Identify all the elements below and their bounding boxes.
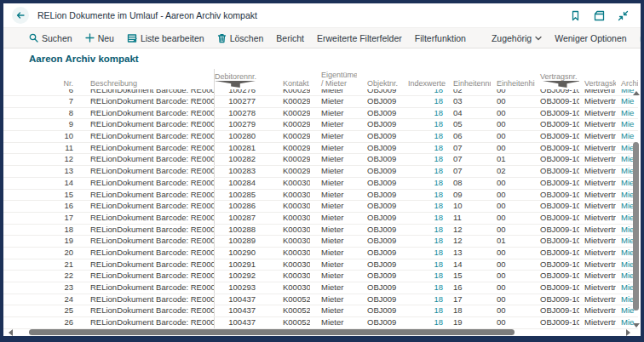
- new-label: Neu: [98, 33, 114, 43]
- table-row[interactable]: 23RELionDokument Barcode: RE000001993100…: [3, 282, 638, 294]
- table-row[interactable]: 9RELionDokument Barcode: RE0000018531002…: [3, 119, 638, 131]
- horizontal-scrollbar[interactable]: [3, 328, 641, 336]
- table-row[interactable]: 20RELionDokument Barcode: RE000001960100…: [3, 248, 638, 259]
- table-row[interactable]: 6RELionDokument Barcode: RE0000018201002…: [3, 89, 638, 96]
- column-header-indexwerte[interactable]: Indexwerte: [408, 69, 446, 89]
- table-row[interactable]: 10RELionDokument Barcode: RE000001864100…: [3, 131, 638, 143]
- cell-indexwerte[interactable]: 18: [408, 305, 446, 316]
- scroll-up-icon[interactable]: [633, 91, 640, 95]
- cell-einheitennr: 14: [446, 259, 491, 271]
- fewer-options-button[interactable]: Weniger Optionen: [555, 33, 626, 43]
- vertical-scrollbar-thumb[interactable]: [633, 142, 639, 311]
- column-header-debitorennr[interactable]: Debitorennr.: [215, 69, 262, 89]
- cell-vertragskla: Mietvertrag: [579, 143, 616, 154]
- table-row[interactable]: 14RELionDokument Barcode: RE000001901100…: [3, 178, 638, 190]
- cell-indexwerte[interactable]: 18: [408, 96, 446, 107]
- cell-nr: 19: [3, 236, 78, 247]
- column-label: Beschreibung: [90, 79, 214, 88]
- cell-vertragsnr: OBJ009-1002...: [535, 225, 579, 236]
- advanced-filterfields-button[interactable]: Erweiterte Filterfelder: [317, 33, 402, 43]
- column-label: Nr.: [3, 79, 73, 88]
- filterfunction-button[interactable]: Filterfunktion: [415, 33, 466, 43]
- column-header-beschreibung[interactable]: Beschreibung: [78, 69, 215, 89]
- column-header-objektnr[interactable]: Objektnr.: [357, 69, 408, 89]
- cell-indexwerte[interactable]: 18: [408, 190, 446, 201]
- cell-vertragsnr: OBJ009-1002...: [535, 119, 579, 130]
- column-header-einheitenhist[interactable]: Einheitenhist...: [491, 69, 535, 89]
- column-header-einheitennr[interactable]: Einheitennr.: [446, 69, 491, 89]
- collapse-icon[interactable]: [618, 10, 629, 21]
- column-header-eigentuemer[interactable]: Eigentümer/ Mieter: [310, 69, 357, 89]
- table-row[interactable]: 11RELionDokument Barcode: RE000001875100…: [3, 143, 638, 155]
- column-header-archiv[interactable]: Archiv: [616, 69, 638, 89]
- table-row[interactable]: 17RELionDokument Barcode: RE000001934100…: [3, 213, 638, 225]
- table-row[interactable]: 16RELionDokument Barcode: RE000001923100…: [3, 201, 638, 213]
- cell-indexwerte[interactable]: 18: [408, 154, 446, 165]
- cell-indexwerte[interactable]: 18: [408, 89, 446, 95]
- related-menu-button[interactable]: Zugehörig: [492, 33, 542, 43]
- table-row[interactable]: 15RELionDokument Barcode: RE000001912100…: [3, 190, 638, 202]
- cell-objektnr: OBJ009: [357, 225, 408, 236]
- share-icon[interactable]: [640, 32, 641, 43]
- cell-indexwerte[interactable]: 18: [408, 317, 446, 328]
- table-row[interactable]: 21RELionDokument Barcode: RE000001971100…: [3, 259, 638, 271]
- cell-vertragskla: Mietvertrag: [579, 259, 616, 271]
- cell-beschreibung: RELionDokument Barcode: RE000001956: [78, 236, 215, 247]
- cell-eigentuemer: Mieter: [310, 166, 357, 177]
- column-header-vertragsnr[interactable]: Vertragsnr.: [535, 69, 579, 89]
- cell-objektnr: OBJ009: [357, 236, 408, 247]
- table-row[interactable]: 26RELionDokument Barcode: RE000002026100…: [3, 317, 638, 329]
- table-row[interactable]: 8RELionDokument Barcode: RE0000018421002…: [3, 108, 638, 120]
- cell-beschreibung: RELionDokument Barcode: RE000002026: [78, 317, 215, 328]
- cell-kontaktnr: K000303: [262, 213, 310, 224]
- table-row[interactable]: 24RELionDokument Barcode: RE000002004100…: [3, 294, 638, 306]
- cell-kontaktnr: K000520: [262, 305, 310, 316]
- vertical-scrollbar[interactable]: [632, 89, 640, 329]
- cell-indexwerte[interactable]: 18: [408, 282, 446, 294]
- column-header-nr[interactable]: Nr.: [3, 69, 78, 89]
- cell-indexwerte[interactable]: 18: [408, 248, 446, 259]
- new-button[interactable]: Neu: [85, 33, 114, 43]
- cell-indexwerte[interactable]: 18: [408, 201, 446, 212]
- cell-indexwerte[interactable]: 18: [408, 143, 446, 154]
- table-row[interactable]: 19RELionDokument Barcode: RE000001956100…: [3, 236, 638, 248]
- scroll-left-icon[interactable]: [9, 329, 13, 336]
- table-row[interactable]: 7RELionDokument Barcode: RE0000018311002…: [3, 96, 638, 108]
- column-header-vertragskla[interactable]: Vertragskla...: [579, 69, 616, 89]
- table-row[interactable]: 25RELionDokument Barcode: RE000002015100…: [3, 305, 638, 317]
- table-row[interactable]: 18RELionDokument Barcode: RE000001945100…: [3, 225, 638, 237]
- cell-indexwerte[interactable]: 18: [408, 131, 446, 142]
- back-button[interactable]: [12, 7, 29, 24]
- report-button[interactable]: Bericht: [276, 33, 304, 43]
- cell-indexwerte[interactable]: 18: [408, 213, 446, 224]
- delete-button[interactable]: Löschen: [217, 33, 264, 43]
- popout-icon[interactable]: [594, 10, 605, 21]
- cell-indexwerte[interactable]: 18: [408, 271, 446, 282]
- cell-indexwerte[interactable]: 18: [408, 178, 446, 189]
- cell-indexwerte[interactable]: 18: [408, 236, 446, 247]
- cell-einheitennr: 07: [446, 143, 491, 154]
- cell-eigentuemer: Mieter: [310, 201, 357, 212]
- scroll-right-icon[interactable]: [626, 329, 630, 336]
- table-row[interactable]: 22RELionDokument Barcode: RE000001982100…: [3, 271, 638, 282]
- edit-list-button[interactable]: Liste bearbeiten: [127, 33, 204, 43]
- cell-einheitenhist: 00: [491, 225, 535, 236]
- cell-indexwerte[interactable]: 18: [408, 166, 446, 177]
- cell-indexwerte[interactable]: 18: [408, 108, 446, 119]
- cell-vertragskla: Mietvertrag: [579, 166, 616, 177]
- scroll-down-icon[interactable]: [633, 323, 640, 328]
- bookmark-icon[interactable]: [570, 10, 581, 21]
- horizontal-scrollbar-thumb[interactable]: [29, 329, 515, 335]
- cell-indexwerte[interactable]: 18: [408, 259, 446, 271]
- column-header-kontaktnr[interactable]: Kontakt Nr.: [262, 69, 310, 89]
- cell-debitorennr: 100282: [215, 154, 262, 165]
- table-row[interactable]: 13RELionDokument Barcode: RE000001890100…: [3, 166, 638, 178]
- cell-indexwerte[interactable]: 18: [408, 225, 446, 236]
- search-button[interactable]: Suchen: [29, 33, 72, 43]
- cell-beschreibung: RELionDokument Barcode: RE000001820: [78, 89, 215, 95]
- search-icon: [29, 33, 38, 43]
- cell-debitorennr: 100278: [215, 108, 262, 119]
- cell-indexwerte[interactable]: 18: [408, 294, 446, 305]
- table-row[interactable]: 12RELionDokument Barcode: RE000001886100…: [3, 154, 638, 166]
- cell-indexwerte[interactable]: 18: [408, 119, 446, 130]
